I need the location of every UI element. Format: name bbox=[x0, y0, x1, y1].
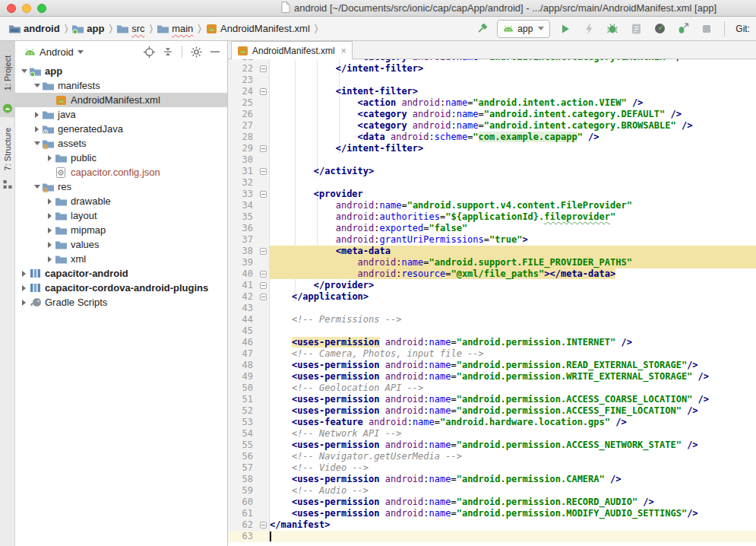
breadcrumb-item-main[interactable]: main bbox=[156, 21, 195, 36]
chevron-down-icon[interactable] bbox=[18, 69, 30, 73]
tree-item-androidmanifest-xml[interactable]: AndroidManifest.xml bbox=[15, 93, 227, 107]
code-line[interactable]: 49 <uses-permission android:name="androi… bbox=[228, 371, 756, 383]
code-line[interactable]: 34 android:name="android.support.v4.cont… bbox=[228, 200, 756, 211]
code-line[interactable]: 57 <!-- Video --> bbox=[228, 462, 756, 474]
tree-item-capacitor-cordova-android-plugins[interactable]: capacitor-cordova-android-plugins bbox=[15, 281, 227, 295]
breadcrumb-item-src[interactable]: src bbox=[115, 21, 146, 36]
code-editor[interactable]: 21 <category android:name="android.inten… bbox=[228, 59, 756, 546]
tool-window-button-structure[interactable]: 7: Structure bbox=[0, 117, 15, 193]
minimize-icon[interactable] bbox=[207, 44, 223, 59]
tree-item-layout[interactable]: layout bbox=[15, 208, 227, 223]
chevron-right-icon[interactable] bbox=[18, 285, 30, 291]
code-line[interactable]: 36 android:exported="false" bbox=[228, 223, 756, 234]
code-line[interactable]: 61 <uses-permission android:name="androi… bbox=[228, 508, 756, 519]
fold-marker-icon[interactable] bbox=[257, 166, 270, 177]
chevron-right-icon[interactable] bbox=[44, 213, 55, 219]
breadcrumb-item-app[interactable]: app bbox=[71, 21, 106, 36]
chevron-down-icon[interactable] bbox=[31, 185, 43, 189]
tree-item-capacitor-config-json[interactable]: capacitor.config.json bbox=[15, 165, 227, 179]
chevron-right-icon[interactable] bbox=[18, 300, 30, 306]
code-line[interactable]: 48 <uses-permission android:name="androi… bbox=[228, 360, 756, 371]
fold-marker-icon[interactable] bbox=[257, 246, 270, 257]
code-line[interactable]: 46 <uses-permission android:name="androi… bbox=[228, 337, 756, 348]
tree-item-drawable[interactable]: drawable bbox=[15, 194, 227, 208]
code-line[interactable]: 56 <!-- Navigator.getUserMedia --> bbox=[228, 451, 756, 462]
tree-item-manifests[interactable]: manifests bbox=[15, 78, 227, 93]
tree-item-xml[interactable]: xml bbox=[15, 252, 227, 266]
code-line[interactable]: 41 </provider> bbox=[228, 280, 756, 291]
project-view-selector[interactable]: Android bbox=[40, 46, 74, 58]
code-line[interactable]: 51 <uses-permission android:name="androi… bbox=[228, 394, 756, 405]
code-line[interactable]: 47 <!-- Camera, Photos, input file --> bbox=[228, 348, 756, 360]
stop-icon[interactable] bbox=[698, 21, 715, 37]
chevron-right-icon[interactable] bbox=[18, 271, 30, 277]
zoom-window-button[interactable] bbox=[37, 4, 46, 13]
target-icon[interactable] bbox=[141, 44, 157, 59]
tree-item-gradle-scripts[interactable]: Gradle Scripts bbox=[15, 295, 227, 310]
chevron-right-icon[interactable] bbox=[31, 112, 43, 118]
code-line[interactable]: 30 bbox=[228, 154, 756, 166]
chevron-down-icon[interactable] bbox=[31, 141, 43, 145]
code-line[interactable]: 40 android:resource="@xml/file_paths"></… bbox=[228, 268, 756, 280]
code-line[interactable]: 29 </intent-filter> bbox=[228, 143, 756, 154]
close-window-button[interactable] bbox=[7, 4, 16, 13]
breadcrumb-item-androidmanifest-xml[interactable]: AndroidManifest.xml bbox=[204, 21, 312, 36]
tree-item-java[interactable]: java bbox=[15, 107, 227, 122]
minimize-window-button[interactable] bbox=[22, 4, 31, 13]
gear-icon[interactable] bbox=[188, 44, 204, 59]
chevron-right-icon[interactable] bbox=[44, 155, 55, 161]
chevron-down-icon[interactable] bbox=[31, 84, 43, 87]
profiler-icon[interactable] bbox=[651, 21, 668, 37]
tree-item-app[interactable]: app bbox=[15, 64, 227, 78]
fold-marker-icon[interactable] bbox=[257, 86, 270, 97]
fold-marker-icon[interactable] bbox=[257, 291, 270, 303]
tree-item-assets[interactable]: assets bbox=[15, 136, 227, 151]
code-line[interactable]: 63 bbox=[228, 531, 756, 542]
code-line[interactable]: 58 <uses-permission android:name="androi… bbox=[228, 474, 756, 485]
breadcrumb-item-android[interactable]: android bbox=[8, 21, 62, 36]
close-icon[interactable]: × bbox=[339, 46, 346, 56]
tree-item-values[interactable]: values bbox=[15, 237, 227, 252]
code-line[interactable]: 45 bbox=[228, 325, 756, 337]
code-line[interactable]: 42 </application> bbox=[228, 291, 756, 303]
tree-item-capacitor-android[interactable]: capacitor-android bbox=[15, 266, 227, 281]
code-line[interactable]: 33 <provider bbox=[228, 189, 756, 200]
code-line[interactable]: 24 <intent-filter> bbox=[228, 86, 756, 97]
code-line[interactable]: 44 <!-- Permissions --> bbox=[228, 314, 756, 325]
fold-marker-icon[interactable] bbox=[257, 268, 270, 280]
code-line[interactable]: 52 <uses-permission android:name="androi… bbox=[228, 405, 756, 417]
collapse-icon[interactable] bbox=[160, 44, 176, 59]
code-line[interactable]: 53 <uses-feature android:name="android.h… bbox=[228, 417, 756, 428]
run-configuration-select[interactable]: app bbox=[497, 20, 550, 38]
fold-marker-icon[interactable] bbox=[257, 63, 270, 75]
tree-item-generatedjava[interactable]: generatedJava bbox=[15, 122, 227, 136]
code-line[interactable]: 39 android:name="android.support.FILE_PR… bbox=[228, 257, 756, 268]
code-line[interactable]: 27 <category android:name="android.inten… bbox=[228, 120, 756, 132]
fold-marker-icon[interactable] bbox=[257, 519, 270, 531]
code-line[interactable]: 62</manifest> bbox=[228, 519, 756, 531]
tab-androidmanifest[interactable]: AndroidManifest.xml × bbox=[231, 41, 353, 59]
attach-debugger-icon[interactable] bbox=[675, 21, 691, 37]
code-line[interactable]: 31 </activity> bbox=[228, 166, 756, 177]
code-line[interactable]: 54 <!-- Network API --> bbox=[228, 428, 756, 440]
coverage-icon[interactable] bbox=[628, 21, 644, 37]
git-widget[interactable]: Git: bbox=[734, 24, 750, 34]
fold-marker-icon[interactable] bbox=[257, 280, 270, 291]
chevron-right-icon[interactable] bbox=[44, 198, 55, 205]
code-line[interactable]: 37 android:grantUriPermissions="true"> bbox=[228, 234, 756, 246]
code-line[interactable]: 22 </intent-filter> bbox=[228, 63, 756, 75]
chevron-right-icon[interactable] bbox=[44, 242, 55, 248]
code-line[interactable]: 43 bbox=[228, 303, 756, 314]
code-line[interactable]: 32 bbox=[228, 177, 756, 189]
hammer-icon[interactable] bbox=[473, 21, 490, 37]
tree-item-public[interactable]: public bbox=[15, 151, 227, 165]
code-line[interactable]: 26 <category android:name="android.inten… bbox=[228, 109, 756, 120]
code-line[interactable]: 35 android:authorities="${applicationId}… bbox=[228, 211, 756, 223]
tree-item-mipmap[interactable]: mipmap bbox=[15, 223, 227, 237]
chevron-right-icon[interactable] bbox=[44, 227, 55, 233]
code-line[interactable]: 60 <uses-permission android:name="androi… bbox=[228, 497, 756, 508]
code-line[interactable]: 50 <!-- Geolocation API --> bbox=[228, 383, 756, 394]
apply-changes-icon[interactable] bbox=[580, 21, 597, 37]
run-icon[interactable] bbox=[557, 21, 574, 37]
debug-icon[interactable] bbox=[604, 21, 621, 37]
